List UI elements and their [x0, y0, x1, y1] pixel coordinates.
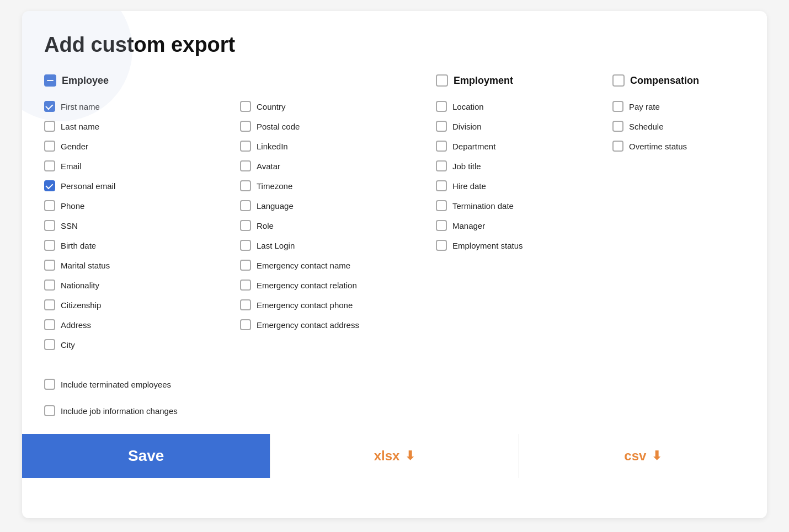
checkbox-overtime_status[interactable] [612, 141, 623, 152]
field-row-hire_date[interactable]: Hire date [436, 176, 612, 196]
label-gender: Gender [61, 142, 88, 151]
field-row-pay_rate[interactable]: Pay rate [612, 96, 745, 116]
field-row-personal_email[interactable]: Personal email [44, 176, 240, 196]
checkbox-role[interactable] [240, 220, 251, 231]
checkbox-last_login[interactable] [240, 240, 251, 251]
field-row-postal_code[interactable]: Postal code [240, 116, 436, 136]
checkbox-termination_date[interactable] [436, 200, 447, 211]
label-emergency_contact_relation: Emergency contact relation [257, 281, 357, 290]
checkbox-email[interactable] [44, 160, 55, 171]
field-row-country[interactable]: Country [240, 96, 436, 116]
checkbox-ssn[interactable] [44, 220, 55, 231]
label-job_title: Job title [452, 162, 481, 171]
label-division: Division [452, 122, 482, 131]
xlsx-button[interactable]: xlsx ⬇ [270, 434, 518, 478]
csv-button[interactable]: csv ⬇ [519, 434, 767, 478]
field-row-last_name[interactable]: Last name [44, 116, 240, 136]
checkbox-job_title[interactable] [436, 160, 447, 171]
checkbox-first_name[interactable] [44, 101, 55, 112]
field-row-citizenship[interactable]: Citizenship [44, 295, 240, 315]
field-row-address[interactable]: Address [44, 315, 240, 335]
employee-inner: First nameLast nameGenderEmailPersonal e… [44, 96, 436, 354]
checkbox-gender[interactable] [44, 141, 55, 152]
checkbox-schedule[interactable] [612, 121, 623, 132]
field-row-include_terminated[interactable]: Include terminated employees [44, 374, 745, 394]
xlsx-download-icon: ⬇ [405, 449, 415, 463]
checkbox-avatar[interactable] [240, 160, 251, 171]
checkbox-emergency_contact_name[interactable] [240, 260, 251, 271]
checkbox-pay_rate[interactable] [612, 101, 623, 112]
checkbox-personal_email[interactable] [44, 180, 55, 191]
field-row-job_title[interactable]: Job title [436, 156, 612, 176]
compensation-master-checkbox[interactable] [612, 74, 625, 87]
field-row-employment_status[interactable]: Employment status [436, 235, 612, 255]
field-row-emergency_contact_relation[interactable]: Emergency contact relation [240, 275, 436, 295]
field-row-email[interactable]: Email [44, 156, 240, 176]
checkbox-address[interactable] [44, 319, 55, 330]
checkbox-nationality[interactable] [44, 280, 55, 291]
checkbox-citizenship[interactable] [44, 299, 55, 310]
checkbox-last_name[interactable] [44, 121, 55, 132]
field-row-gender[interactable]: Gender [44, 136, 240, 156]
field-row-role[interactable]: Role [240, 216, 436, 235]
save-button[interactable]: Save [22, 434, 270, 478]
xlsx-label: xlsx [374, 448, 400, 464]
label-schedule: Schedule [629, 122, 664, 131]
field-row-marital_status[interactable]: Marital status [44, 255, 240, 275]
field-row-first_name[interactable]: First name [44, 96, 240, 116]
field-row-nationality[interactable]: Nationality [44, 275, 240, 295]
label-email: Email [61, 162, 82, 171]
checkbox-phone[interactable] [44, 200, 55, 211]
field-row-department[interactable]: Department [436, 136, 612, 156]
checkbox-language[interactable] [240, 200, 251, 211]
field-row-termination_date[interactable]: Termination date [436, 196, 612, 216]
checkbox-emergency_contact_address[interactable] [240, 319, 251, 330]
field-row-timezone[interactable]: Timezone [240, 176, 436, 196]
checkbox-include_terminated[interactable] [44, 379, 55, 390]
field-row-schedule[interactable]: Schedule [612, 116, 745, 136]
field-row-last_login[interactable]: Last Login [240, 235, 436, 255]
checkbox-manager[interactable] [436, 220, 447, 231]
field-row-overtime_status[interactable]: Overtime status [612, 136, 745, 156]
field-row-linkedin[interactable]: LinkedIn [240, 136, 436, 156]
label-emergency_contact_name: Emergency contact name [257, 261, 350, 270]
checkbox-country[interactable] [240, 101, 251, 112]
checkbox-timezone[interactable] [240, 180, 251, 191]
label-nationality: Nationality [61, 281, 99, 290]
field-row-location[interactable]: Location [436, 96, 612, 116]
field-row-manager[interactable]: Manager [436, 216, 612, 235]
field-row-include_job_changes[interactable]: Include job information changes [44, 401, 745, 421]
checkbox-hire_date[interactable] [436, 180, 447, 191]
compensation-section-header: Compensation [612, 74, 745, 87]
field-row-emergency_contact_name[interactable]: Emergency contact name [240, 255, 436, 275]
field-row-birth_date[interactable]: Birth date [44, 235, 240, 255]
field-row-avatar[interactable]: Avatar [240, 156, 436, 176]
checkbox-department[interactable] [436, 141, 447, 152]
csv-label: csv [624, 448, 646, 464]
field-row-division[interactable]: Division [436, 116, 612, 136]
checkbox-division[interactable] [436, 121, 447, 132]
checkbox-city[interactable] [44, 339, 55, 350]
checkbox-location[interactable] [436, 101, 447, 112]
checkbox-include_job_changes[interactable] [44, 405, 55, 416]
field-row-emergency_contact_address[interactable]: Emergency contact address [240, 315, 436, 335]
label-include_job_changes: Include job information changes [61, 406, 178, 416]
checkbox-postal_code[interactable] [240, 121, 251, 132]
label-marital_status: Marital status [61, 261, 110, 270]
field-row-emergency_contact_phone[interactable]: Emergency contact phone [240, 295, 436, 315]
checkbox-emergency_contact_phone[interactable] [240, 299, 251, 310]
checkbox-marital_status[interactable] [44, 260, 55, 271]
checkbox-linkedin[interactable] [240, 141, 251, 152]
checkbox-employment_status[interactable] [436, 240, 447, 251]
field-row-ssn[interactable]: SSN [44, 216, 240, 235]
field-row-city[interactable]: City [44, 335, 240, 354]
checkbox-birth_date[interactable] [44, 240, 55, 251]
field-row-language[interactable]: Language [240, 196, 436, 216]
bottom-checks: Include terminated employeesInclude job … [44, 374, 745, 421]
employment-section: Employment LocationDivisionDepartmentJob… [436, 74, 612, 354]
label-phone: Phone [61, 201, 84, 211]
field-row-phone[interactable]: Phone [44, 196, 240, 216]
employment-master-checkbox[interactable] [436, 74, 448, 87]
checkbox-emergency_contact_relation[interactable] [240, 280, 251, 291]
employee-master-checkbox[interactable] [44, 74, 56, 87]
